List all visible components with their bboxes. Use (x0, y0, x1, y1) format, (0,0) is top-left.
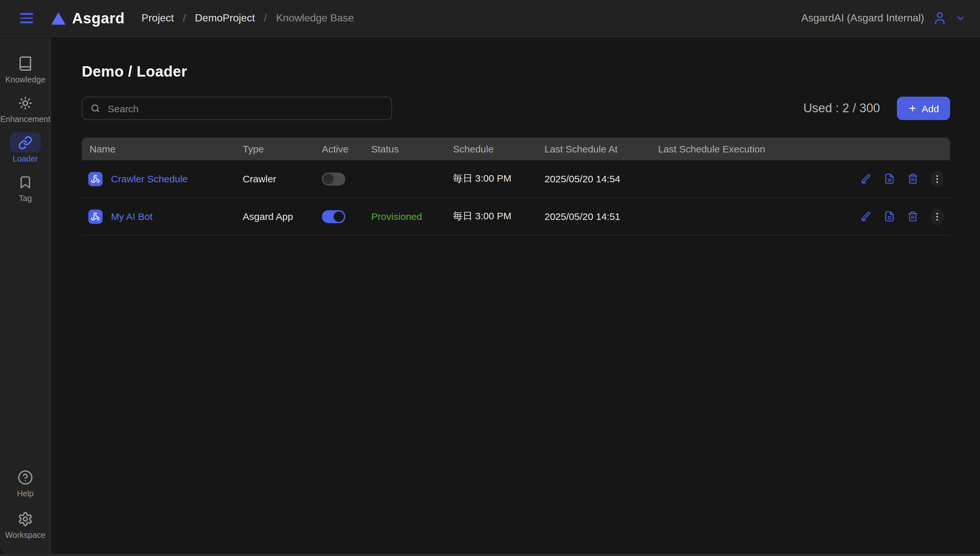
sidebar-item-label: Tag (19, 194, 32, 203)
breadcrumb-separator: / (264, 12, 267, 24)
search-icon (90, 103, 100, 113)
usage-counter: Used : 2 / 300 (803, 101, 880, 115)
document-icon[interactable] (884, 211, 895, 222)
plus-icon (908, 104, 917, 113)
account-label: AsgardAI (Asgard Internal) (801, 12, 924, 24)
app-window: Asgard Project / DemoProject / Knowledge… (0, 0, 980, 556)
column-header-last-schedule-execution: Last Schedule Execution (650, 143, 853, 154)
schedule-cell: 毎日 3:00 PM (445, 210, 537, 223)
edit-icon[interactable] (860, 211, 872, 222)
last-schedule-at-cell: 2025/05/20 14:51 (537, 211, 650, 222)
logo-text: Asgard (72, 10, 125, 27)
breadcrumb-project[interactable]: Project (141, 12, 174, 24)
breadcrumb-demoproject[interactable]: DemoProject (195, 12, 255, 24)
loader-table: Name Type Active Status Schedule Last Sc… (82, 137, 950, 236)
sidebar-item-label: Loader (13, 154, 38, 163)
loader-name-link[interactable]: Crawler Schedule (111, 173, 188, 184)
add-button-label: Add (922, 103, 939, 114)
help-circle-icon (18, 469, 33, 485)
type-cell: Asgard App (235, 211, 314, 222)
link-icon (18, 135, 33, 150)
loader-name-link[interactable]: My AI Bot (111, 211, 152, 222)
row-actions (853, 208, 950, 225)
top-header: Asgard Project / DemoProject / Knowledge… (0, 0, 980, 37)
sidebar-item-label: Workspace (5, 531, 46, 540)
page-title: Demo / Loader (82, 63, 950, 81)
toolbar: Used : 2 / 300 Add (82, 97, 950, 120)
column-header-schedule: Schedule (445, 143, 537, 154)
column-header-status: Status (364, 143, 445, 154)
sidebar-item-enhancement[interactable]: Enhancement (0, 93, 51, 124)
sidebar-item-workspace[interactable]: Workspace (0, 509, 51, 540)
kebab-menu-icon[interactable] (931, 208, 944, 225)
column-header-type: Type (235, 143, 314, 154)
breadcrumb-separator: / (183, 12, 186, 24)
table-row: Crawler Schedule Crawler 毎日 3:00 PM 2025… (82, 160, 950, 198)
sidebar-item-label: Enhancement (0, 115, 50, 124)
sidebar-item-knowledge[interactable]: Knowledge (0, 53, 51, 84)
bookmark-icon (18, 174, 33, 190)
column-header-name: Name (82, 143, 235, 154)
book-icon (18, 55, 33, 71)
kebab-menu-icon[interactable] (931, 170, 944, 187)
sidebar-item-tag[interactable]: Tag (0, 172, 51, 203)
trash-icon[interactable] (907, 211, 919, 222)
active-toggle[interactable] (322, 172, 345, 185)
chevron-down-icon[interactable] (955, 13, 966, 23)
column-header-last-schedule-at: Last Schedule At (537, 143, 650, 154)
last-schedule-at-cell: 2025/05/20 14:54 (537, 173, 650, 184)
add-button[interactable]: Add (897, 97, 950, 120)
document-icon[interactable] (884, 173, 895, 184)
sidebar-item-help[interactable]: Help (0, 467, 51, 498)
search-box[interactable] (82, 97, 392, 120)
sidebar-item-label: Help (17, 489, 34, 498)
sidebar-item-label: Knowledge (5, 75, 45, 84)
table-row: My AI Bot Asgard App Provisioned 毎日 3:00… (82, 198, 950, 236)
webhook-icon (88, 209, 102, 223)
gear-icon (18, 511, 33, 527)
trash-icon[interactable] (907, 173, 919, 184)
sidebar-item-loader[interactable]: Loader (0, 133, 51, 163)
hamburger-menu-icon[interactable] (20, 13, 33, 23)
window-bottom-edge (0, 554, 980, 556)
status-cell: Provisioned (364, 211, 445, 222)
sidebar: Knowledge Enhancement Loader Tag H (0, 38, 51, 554)
triangle-logo-icon (51, 12, 66, 24)
brightness-icon (18, 95, 33, 111)
schedule-cell: 毎日 3:00 PM (445, 173, 537, 185)
table-header-row: Name Type Active Status Schedule Last Sc… (82, 137, 950, 160)
asgard-logo[interactable]: Asgard (51, 10, 125, 27)
type-cell: Crawler (235, 173, 314, 184)
edit-icon[interactable] (860, 173, 872, 184)
breadcrumb: Project / DemoProject / Knowledge Base (141, 12, 354, 24)
active-toggle[interactable] (322, 210, 345, 223)
account-menu[interactable]: AsgardAI (Asgard Internal) (801, 11, 966, 25)
user-icon (933, 11, 947, 25)
breadcrumb-knowledge-base: Knowledge Base (276, 12, 354, 24)
main-content: Demo / Loader Used : 2 / 300 Add Name Ty… (52, 38, 980, 556)
column-header-active: Active (314, 143, 364, 154)
search-input[interactable] (107, 102, 383, 115)
webhook-icon (88, 171, 102, 186)
row-actions (853, 170, 950, 187)
